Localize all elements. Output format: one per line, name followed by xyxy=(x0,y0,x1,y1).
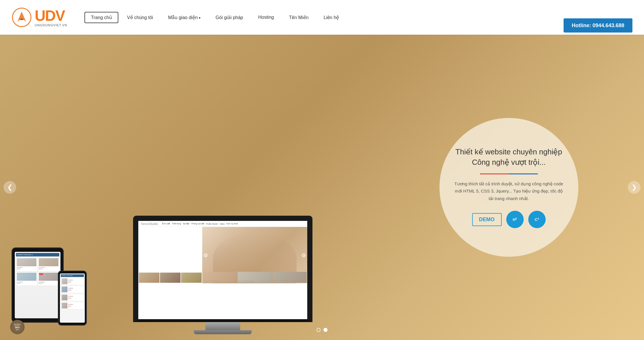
nav-item-mau-giao-dien[interactable]: Mẫu giao diện xyxy=(162,12,207,23)
nav-item-goi-giai-phap[interactable]: Gói giải pháp xyxy=(209,12,249,23)
monitor-mockup: NewsStudio Ảnh cưới Thời trang Sự kiện P… xyxy=(133,216,312,334)
tablet-product-1-image xyxy=(17,258,36,266)
css3-icon: C3 xyxy=(535,217,539,222)
tablet-product-2-price: $39.99 xyxy=(39,268,58,270)
preview-nav-su-kien[interactable]: Sự kiện xyxy=(183,223,190,225)
css3-badge[interactable]: C3 xyxy=(528,211,546,228)
logo-udv: UDV xyxy=(35,8,67,23)
hero-title: Thiết kế website chuyên nghiệp Công nghệ… xyxy=(455,147,562,168)
preview-thumb-2 xyxy=(160,273,181,283)
preview-nav-phong-su[interactable]: Phóng sự cưới xyxy=(191,223,204,225)
slider-dots xyxy=(317,328,327,332)
preview-prev-arrow: ‹ xyxy=(204,253,208,257)
preview-nav-dich-vu[interactable]: Dịch vụ khác xyxy=(227,223,238,225)
monitor-screen-inner: NewsStudio Ảnh cưới Thời trang Sự kiện P… xyxy=(138,221,307,319)
phone-header: WOMEN'S DRESSES xyxy=(61,274,84,277)
monitor-screen: NewsStudio Ảnh cưới Thời trang Sự kiện P… xyxy=(133,216,312,322)
phone-product-2-price: $39.99 xyxy=(68,290,83,291)
preview-bottom-thumbs: Album cưới thời trang thu đông Album cướ… xyxy=(202,271,307,283)
hero-description: Tương thích tất cả trình duyệt, sử dụng … xyxy=(454,180,564,202)
preview-album-3: Album cưới thời trang thu đông xyxy=(273,272,307,283)
hero-circle: Thiết kế website chuyên nghiệp Công nghệ… xyxy=(439,118,578,257)
preview-thumbs-row xyxy=(138,272,203,283)
demo-button[interactable]: DEMO xyxy=(472,213,502,226)
hotline-button[interactable]: Hotline: 0944.643.688 xyxy=(564,19,632,33)
preview-album-2: Album cưới thời trang thu đông xyxy=(238,272,272,283)
preview-album-1-caption: Album cưới thời trang thu đông xyxy=(203,281,219,282)
preview-brand-sub: Studio xyxy=(149,222,158,226)
tablet-product-4-image: SALE xyxy=(39,273,58,281)
nav-item-ten-mien[interactable]: Tên Miền xyxy=(283,12,315,23)
phone-content: WOMEN'S DRESSES Late Model ★★★★☆ $29.99 xyxy=(60,274,85,323)
phone-product-4-info: Late Model ★★★★☆ $24.99 xyxy=(68,304,83,307)
devices-area: NewsStudio Ảnh cưới Thời trang Sự kiện P… xyxy=(0,35,373,340)
tablet-product-3: Late Model $24.99 xyxy=(16,272,37,286)
preview-next-arrow: › xyxy=(302,253,306,257)
preview-brand-name: News xyxy=(141,222,149,226)
preview-nav-video[interactable]: Video xyxy=(220,223,225,225)
preview-brand: NewsStudio xyxy=(141,222,158,226)
tablet-product-3-image xyxy=(17,273,36,281)
tablet-product-4-price: $19.99 xyxy=(39,283,58,284)
tablet-product-grid: Late Model $29.99 NEW Late Model $39.99 xyxy=(16,257,59,286)
preview-album-2-caption: Album cưới thời trang thu đông xyxy=(238,281,254,282)
header: UDV UNGDUNGVIET.VN Trang chủ Về chúng tô… xyxy=(0,0,644,35)
html5-icon: H5 xyxy=(513,217,517,222)
phone-product-2-info: Late Model ★★★★★ $39.99 xyxy=(68,288,83,291)
preview-album-3-caption: Album cưới thời trang thu đông xyxy=(273,281,289,282)
tablet-product-3-price: $24.99 xyxy=(17,283,36,284)
slide-dot-1[interactable] xyxy=(317,328,321,332)
main-nav: Trang chủ Về chúng tôi Mẫu giao diện Gói… xyxy=(84,12,632,23)
monitor-base xyxy=(194,330,252,334)
tablet-product-4: SALE Late Model $19.99 xyxy=(38,272,59,286)
tablet-mockup: WOMEN'S DRESSES ★ Late Model $29.99 NEW … xyxy=(12,247,64,323)
tablet-body: WOMEN'S DRESSES ★ Late Model $29.99 NEW … xyxy=(12,247,64,323)
preview-left-text xyxy=(138,227,203,283)
tablet-product-2: Late Model $39.99 xyxy=(38,257,59,271)
preview-code-arrows: ‹ › xyxy=(303,269,306,271)
phone-product-3-price: $19.99 xyxy=(68,298,83,299)
nav-item-ve-chung-toi[interactable]: Về chúng tôi xyxy=(121,12,159,23)
nav-item-trang-chu[interactable]: Trang chủ xyxy=(84,12,118,23)
phone-product-3-info: Late Model ★★★☆☆ $19.99 xyxy=(68,296,83,299)
tablet-header: WOMEN'S DRESSES ★ xyxy=(16,253,59,256)
preview-thumb-1 xyxy=(139,273,159,283)
nav-item-hosting[interactable]: Hosting xyxy=(252,12,280,23)
hero-section: ❮ NewsStudio Ảnh cưới Thời trang Sự kiện xyxy=(0,35,644,340)
phone-screen: WOMEN'S DRESSES Late Model ★★★★☆ $29.99 xyxy=(60,274,85,323)
phone-product-list: Late Model ★★★★☆ $29.99 Late Model ★★★★★ xyxy=(61,278,84,309)
phone-product-4: Late Model ★★★★☆ $24.99 xyxy=(61,302,84,309)
logo-text-group: UDV UNGDUNGVIET.VN xyxy=(35,8,67,27)
backpacks-off: OFF xyxy=(16,329,19,330)
prev-slide-button[interactable]: ❮ xyxy=(3,181,16,194)
preview-nav-thoi-trang[interactable]: Thời trang xyxy=(172,223,181,225)
preview-site: NewsStudio Ảnh cưới Thời trang Sự kiện P… xyxy=(138,221,307,319)
preview-thumb-3 xyxy=(181,273,202,283)
next-slide-button[interactable]: ❯ xyxy=(628,181,641,194)
preview-nav-profile[interactable]: Profile Model xyxy=(206,223,218,225)
preview-album-1: Album cưới thời trang thu đông xyxy=(203,272,237,283)
nav-item-lien-he[interactable]: Liên hệ xyxy=(317,12,346,23)
backpacks-pct: 50% xyxy=(15,326,20,329)
backpacks-badge: BACKPACKS GET UP TO 50% OFF xyxy=(10,320,25,334)
monitor-stand xyxy=(205,322,240,330)
hero-buttons: DEMO H5 C3 xyxy=(472,211,546,228)
phone-product-4-image xyxy=(62,303,67,308)
logo-area: UDV UNGDUNGVIET.VN xyxy=(12,7,67,27)
html5-badge[interactable]: H5 xyxy=(506,211,524,228)
logo-sub: UNGDUNGVIET.VN xyxy=(35,24,67,27)
preview-navbar: NewsStudio Ảnh cưới Thời trang Sự kiện P… xyxy=(138,221,307,227)
slide-dot-2[interactable] xyxy=(323,328,327,332)
phone-product-2-image xyxy=(62,287,67,292)
hero-text-area: Thiết kế website chuyên nghiệp Công nghệ… xyxy=(373,118,644,257)
hero-divider xyxy=(480,173,538,174)
phone-product-3-image xyxy=(62,295,67,300)
preview-hero-content: ‹ › xyxy=(138,227,307,283)
phone-product-1: Late Model ★★★★☆ $29.99 xyxy=(61,278,84,285)
phone-product-1-info: Late Model ★★★★☆ $29.99 xyxy=(68,280,83,283)
phone-body: WOMEN'S DRESSES Late Model ★★★★☆ $29.99 xyxy=(58,271,87,326)
phone-product-3: Late Model ★★★☆☆ $19.99 xyxy=(61,294,84,301)
phone-product-1-price: $29.99 xyxy=(68,282,83,283)
preview-nav-anh-cuoi[interactable]: Ảnh cưới xyxy=(162,223,170,225)
tablet-content: WOMEN'S DRESSES ★ Late Model $29.99 NEW … xyxy=(15,252,60,318)
